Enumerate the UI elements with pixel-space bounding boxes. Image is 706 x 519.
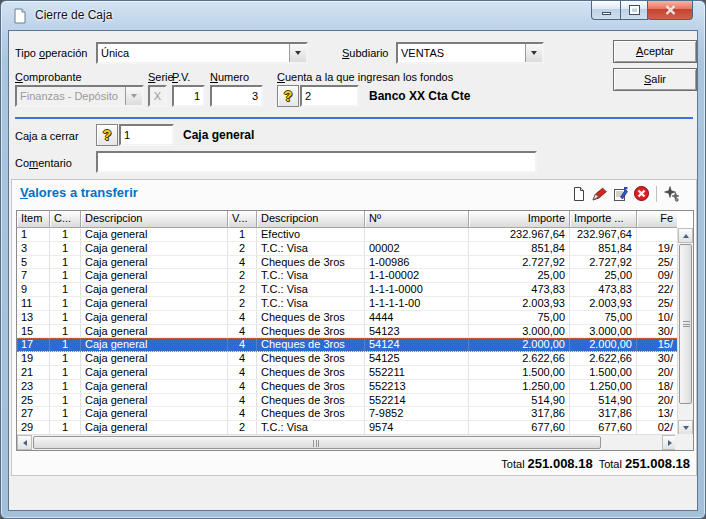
caja-a-cerrar-label: Caja a cerrar (15, 130, 79, 142)
caja-lookup-button[interactable]: ? (96, 124, 118, 146)
toolbar (568, 183, 682, 204)
vertical-scrollbar-thumb[interactable] (679, 244, 692, 404)
table-cell: 4 (228, 394, 257, 407)
table-cell: 4444 (365, 311, 469, 324)
table-row[interactable]: 231Caja general4Cheques de 3ros5522131.2… (17, 380, 693, 394)
table-cell: 677,60 (570, 421, 637, 434)
table-cell: 3.000,00 (469, 325, 570, 338)
close-button[interactable] (647, 1, 693, 20)
scroll-up-button[interactable] (678, 228, 693, 243)
total-importe-value: 251.008.18 (528, 456, 593, 471)
table-cell: 9 (17, 283, 50, 296)
pv-field[interactable] (172, 85, 205, 107)
table-cell: Cheques de 3ros (257, 366, 365, 379)
table-cell: 25,00 (570, 269, 637, 282)
table-cell: Cheques de 3ros (257, 394, 365, 407)
cuenta-label: Cuenta a la que ingresan los fondos (277, 71, 453, 83)
table-row[interactable]: 291Caja general2T.C.: Visa9574677,60677,… (17, 421, 693, 435)
table-row[interactable]: 91Caja general2T.C.: Visa1-1-1-0000473,8… (17, 283, 693, 297)
table-cell: 317,86 (570, 407, 637, 420)
comentario-field[interactable] (96, 151, 537, 173)
table-cell: 9574 (365, 421, 469, 434)
column-header[interactable]: Descripcion (257, 211, 365, 228)
table-cell: 3 (17, 242, 50, 255)
chevron-down-icon[interactable] (525, 44, 542, 62)
column-header[interactable]: C... (50, 211, 81, 228)
table-row[interactable]: 151Caja general4Cheques de 3ros541233.00… (17, 325, 693, 339)
horizontal-scrollbar-thumb[interactable] (33, 436, 601, 449)
table-row[interactable]: 51Caja general4Cheques de 3ros1-009862.7… (17, 256, 693, 270)
titlebar[interactable]: Cierre de Caja (1, 1, 705, 30)
table-cell: Caja general (81, 352, 228, 365)
scroll-left-button[interactable] (17, 435, 32, 450)
column-header[interactable]: Item (17, 211, 50, 228)
table-cell: 4 (228, 352, 257, 365)
table-cell: 20/ (637, 366, 677, 379)
table-cell: 851,84 (469, 242, 570, 255)
window-title: Cierre de Caja (35, 8, 112, 22)
document-icon (12, 8, 28, 24)
table-cell: 2.622,66 (469, 352, 570, 365)
column-header[interactable]: Descripcion (81, 211, 228, 228)
cuenta-field[interactable] (300, 85, 359, 107)
vertical-scrollbar[interactable] (677, 228, 693, 435)
chevron-down-icon[interactable] (289, 44, 306, 62)
table-cell: 30/ (637, 352, 677, 365)
table-row[interactable]: 191Caja general4Cheques de 3ros541252.62… (17, 352, 693, 366)
table-row[interactable]: 251Caja general4Cheques de 3ros552214514… (17, 394, 693, 408)
table-cell: 473,83 (570, 283, 637, 296)
properties-button[interactable] (610, 183, 631, 204)
caja-field[interactable] (119, 124, 174, 146)
minimize-button[interactable] (591, 1, 621, 20)
numero-field[interactable] (210, 85, 263, 107)
column-header[interactable]: Nº (365, 211, 469, 228)
table-row[interactable]: 171Caja general4Cheques de 3ros541242.00… (17, 338, 693, 352)
subdiario-combo[interactable]: VENTAS (396, 42, 544, 64)
table-row[interactable]: 11Caja general1Efectivo232.967,64232.967… (17, 228, 693, 242)
scroll-down-button[interactable] (678, 420, 693, 435)
table-cell: Cheques de 3ros (257, 256, 365, 269)
table-cell: 13/ (637, 407, 677, 420)
table-cell: 1.250,00 (570, 380, 637, 393)
table-cell: T.C.: Visa (257, 421, 365, 434)
table-row[interactable]: 211Caja general4Cheques de 3ros5522111.5… (17, 366, 693, 380)
column-header[interactable]: V... (228, 211, 257, 228)
table-cell: T.C.: Visa (257, 242, 365, 255)
column-header[interactable]: Importe (469, 211, 570, 228)
salir-button[interactable]: Salir (613, 68, 697, 91)
table-row[interactable]: 31Caja general2T.C.: Visa00002851,84851,… (17, 242, 693, 256)
table-cell: 2.622,66 (570, 352, 637, 365)
table-cell: Caja general (81, 269, 228, 282)
new-record-button[interactable] (568, 183, 589, 204)
minimize-icon (602, 12, 611, 15)
table-cell: Cheques de 3ros (257, 380, 365, 393)
table-row[interactable]: 111Caja general2T.C.: Visa1-1-1-1-002.00… (17, 297, 693, 311)
table-cell: 2.003,93 (469, 297, 570, 310)
table-cell: 1 (50, 297, 81, 310)
table-cell: Caja general (81, 311, 228, 324)
table-row[interactable]: 271Caja general4Cheques de 3ros7-9852317… (17, 407, 693, 421)
aceptar-button[interactable]: Aceptar (613, 40, 697, 63)
table-cell: Caja general (81, 283, 228, 296)
table-cell: 1 (50, 421, 81, 434)
horizontal-scrollbar[interactable] (17, 434, 677, 450)
cuenta-lookup-button[interactable]: ? (277, 85, 299, 107)
table-row[interactable]: 71Caja general2T.C.: Visa1-1-0000225,002… (17, 269, 693, 283)
serie-field (148, 85, 167, 107)
delete-record-button[interactable] (631, 183, 652, 204)
table-cell: 2.003,93 (570, 297, 637, 310)
maximize-button[interactable] (620, 1, 648, 20)
table-cell: 2.727,92 (570, 256, 637, 269)
table-cell: 30/ (637, 325, 677, 338)
table-cell: 1-00986 (365, 256, 469, 269)
column-header[interactable]: Importe ... (570, 211, 637, 228)
table-cell: 1 (50, 366, 81, 379)
caja-name: Caja general (183, 128, 254, 142)
edit-record-button[interactable] (589, 183, 610, 204)
table-row[interactable]: 131Caja general4Cheques de 3ros444475,00… (17, 311, 693, 325)
table-cell: 1 (50, 269, 81, 282)
tipo-operacion-combo[interactable]: Única (96, 42, 308, 64)
transfer-button[interactable] (661, 183, 682, 204)
column-header[interactable]: Fe (637, 211, 677, 228)
table-cell: 20/ (637, 394, 677, 407)
